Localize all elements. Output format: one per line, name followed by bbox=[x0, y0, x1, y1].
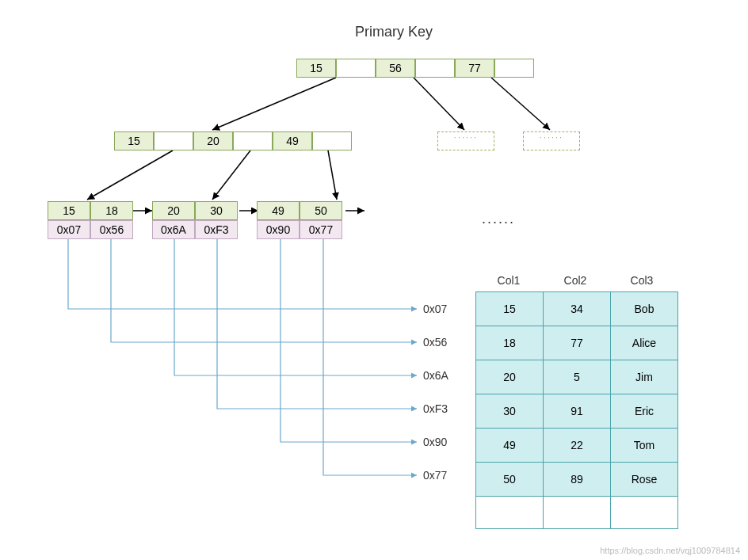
pointer-label: 0xF3 bbox=[423, 402, 448, 415]
pointer-label: 0x6A bbox=[423, 369, 448, 382]
table-cell: Eric bbox=[611, 394, 678, 429]
leaf-key: 49 bbox=[257, 201, 300, 220]
internal-gap bbox=[154, 131, 193, 150]
leaf-pointer: 0x77 bbox=[300, 220, 342, 239]
internal-key: 15 bbox=[114, 131, 154, 150]
table-cell: 22 bbox=[544, 429, 611, 463]
leaf-key: 30 bbox=[195, 201, 238, 220]
leaf-pointer: 0xF3 bbox=[195, 220, 238, 239]
data-table-container: Col1 Col2 Col3 15 34 Bob 18 77 Alice 20 … bbox=[475, 269, 678, 529]
pointer-label: 0x07 bbox=[423, 303, 447, 315]
table-row: 18 77 Alice bbox=[476, 326, 678, 360]
column-header: Col3 bbox=[609, 269, 675, 291]
leaf-pointer: 0x56 bbox=[90, 220, 133, 239]
table-row: 50 89 Rose bbox=[476, 463, 678, 497]
internal-gap bbox=[233, 131, 273, 150]
column-header: Col1 bbox=[475, 269, 542, 291]
leaf-node: 49 50 0x90 0x77 bbox=[257, 201, 342, 239]
placeholder-node: ······ bbox=[523, 131, 580, 150]
root-gap bbox=[415, 59, 455, 78]
svg-line-2 bbox=[491, 78, 550, 130]
svg-line-5 bbox=[328, 150, 337, 200]
table-cell: 15 bbox=[476, 292, 544, 326]
svg-line-4 bbox=[212, 150, 250, 200]
leaf-nodes: 15 18 0x07 0x56 20 30 0x6A 0xF3 49 50 0x… bbox=[48, 201, 361, 239]
leaf-key: 20 bbox=[152, 201, 195, 220]
leaf-key: 18 bbox=[90, 201, 133, 220]
table-cell: Alice bbox=[611, 326, 678, 360]
table-cell: 18 bbox=[476, 326, 544, 360]
root-key: 56 bbox=[376, 59, 415, 78]
table-row: 15 34 Bob bbox=[476, 292, 678, 326]
table-cell bbox=[611, 497, 678, 529]
table-cell: Tom bbox=[611, 429, 678, 463]
svg-line-1 bbox=[414, 78, 464, 130]
placeholder-node: ······ bbox=[437, 131, 494, 150]
internal-gap bbox=[312, 131, 352, 150]
watermark-text: https://blog.csdn.net/vqj1009784814 bbox=[600, 546, 740, 555]
table-cell: 34 bbox=[544, 292, 611, 326]
leaf-node: 20 30 0x6A 0xF3 bbox=[152, 201, 238, 239]
column-header: Col2 bbox=[542, 269, 609, 291]
leaf-key: 50 bbox=[300, 201, 342, 220]
leaf-pointer: 0x07 bbox=[48, 220, 90, 239]
internal-key: 49 bbox=[273, 131, 312, 150]
internal-key: 20 bbox=[193, 131, 233, 150]
root-gap bbox=[336, 59, 376, 78]
leaf-pointer: 0x6A bbox=[152, 220, 195, 239]
leaf-key: 15 bbox=[48, 201, 90, 220]
root-key: 15 bbox=[296, 59, 336, 78]
table-row: 30 91 Eric bbox=[476, 394, 678, 429]
root-node: 15 56 77 bbox=[296, 59, 534, 78]
root-key: 77 bbox=[455, 59, 494, 78]
table-cell: Rose bbox=[611, 463, 678, 497]
ellipsis-label: ······ bbox=[482, 214, 515, 230]
leaf-node: 15 18 0x07 0x56 bbox=[48, 201, 133, 239]
data-table: 15 34 Bob 18 77 Alice 20 5 Jim 30 91 Eri… bbox=[475, 291, 678, 529]
pointer-label: 0x90 bbox=[423, 436, 447, 448]
table-cell: 49 bbox=[476, 429, 544, 463]
table-header: Col1 Col2 Col3 bbox=[475, 269, 678, 291]
table-cell: 89 bbox=[544, 463, 611, 497]
svg-line-3 bbox=[87, 150, 173, 200]
internal-node: 15 20 49 bbox=[114, 131, 352, 150]
table-cell: 77 bbox=[544, 326, 611, 360]
table-cell: 30 bbox=[476, 394, 544, 429]
table-row: 49 22 Tom bbox=[476, 429, 678, 463]
table-cell: Bob bbox=[611, 292, 678, 326]
svg-line-0 bbox=[212, 78, 336, 130]
pointer-label: 0x56 bbox=[423, 336, 447, 349]
diagram-title: Primary Key bbox=[355, 24, 433, 40]
table-cell: 91 bbox=[544, 394, 611, 429]
table-cell: Jim bbox=[611, 360, 678, 394]
leaf-pointer: 0x90 bbox=[257, 220, 300, 239]
table-cell: 20 bbox=[476, 360, 544, 394]
table-cell: 50 bbox=[476, 463, 544, 497]
table-cell: 5 bbox=[544, 360, 611, 394]
table-cell bbox=[476, 497, 544, 529]
table-cell bbox=[544, 497, 611, 529]
table-row: 20 5 Jim bbox=[476, 360, 678, 394]
pointer-label: 0x77 bbox=[423, 469, 447, 482]
root-gap bbox=[494, 59, 534, 78]
table-row-empty bbox=[476, 497, 678, 529]
